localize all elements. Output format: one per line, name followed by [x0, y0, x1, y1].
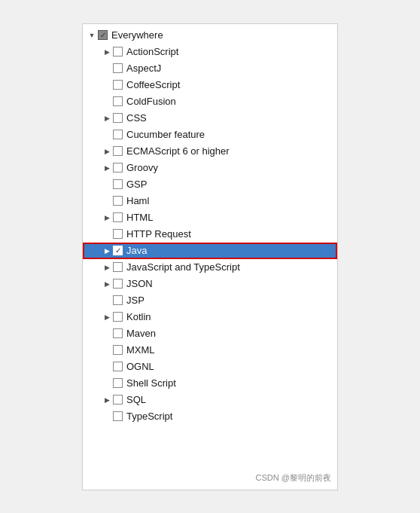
tree-item-css[interactable]: ▶CSS	[83, 110, 337, 127]
checkbox-actionscript[interactable]	[113, 47, 123, 56]
tree-item-label-sql: SQL	[126, 394, 146, 405]
tree-item-shellscript[interactable]: ▶Shell Script	[83, 375, 337, 392]
watermark: CSDN @黎明的前夜	[256, 472, 331, 484]
tree-item-java[interactable]: ▶Java	[83, 243, 337, 259]
expander-icon[interactable]: ▶	[101, 261, 113, 273]
tree-item-ognl[interactable]: ▶OGNL	[83, 359, 337, 375]
checkbox-html[interactable]	[113, 212, 123, 222]
tree-item-everywhere[interactable]: ▼Everywhere	[83, 27, 337, 44]
tree-item-label-kotlin: Kotlin	[126, 311, 151, 322]
tree-item-label-maven: Maven	[126, 328, 156, 339]
expander-icon[interactable]: ▶	[101, 278, 113, 290]
tree-item-label-httprequest: HTTP Request	[126, 228, 191, 240]
expander-icon[interactable]: ▶	[101, 212, 113, 224]
tree-item-label-typescript: TypeScript	[126, 411, 172, 422]
expander-icon[interactable]: ▶	[101, 245, 113, 257]
expander-icon[interactable]: ▼	[86, 29, 98, 41]
tree-item-label-actionscript: ActionScript	[126, 46, 178, 57]
tree-item-label-java: Java	[126, 245, 147, 256]
tree-item-coldfusion[interactable]: ▶ColdFusion	[83, 93, 337, 110]
checkbox-aspectj[interactable]	[113, 63, 123, 73]
checkbox-css[interactable]	[113, 113, 123, 123]
tree-container[interactable]: ▼Everywhere▶ActionScript▶AspectJ▶CoffeeS…	[83, 24, 337, 490]
tree-item-maven[interactable]: ▶Maven	[83, 325, 337, 342]
tree-item-label-haml: Haml	[126, 195, 149, 206]
tree-item-label-ognl: OGNL	[126, 361, 154, 372]
tree-item-label-ecmascript: ECMAScript 6 or higher	[126, 145, 230, 157]
tree-item-label-css: CSS	[126, 112, 147, 124]
tree-item-label-cucumber: Cucumber feature	[126, 129, 205, 140]
tree-item-label-gsp: GSP	[126, 179, 147, 190]
tree-item-aspectj[interactable]: ▶AspectJ	[83, 60, 337, 77]
checkbox-json[interactable]	[113, 279, 123, 289]
tree-item-label-mxml: MXML	[126, 344, 155, 356]
checkbox-groovy[interactable]	[113, 163, 123, 173]
tree-item-javascript[interactable]: ▶JavaScript and TypeScript	[83, 259, 337, 276]
checkbox-javascript[interactable]	[113, 262, 123, 272]
tree-item-jsp[interactable]: ▶JSP	[83, 292, 337, 309]
tree-item-label-groovy: Groovy	[126, 162, 158, 173]
tree-item-label-shellscript: Shell Script	[126, 377, 176, 389]
tree-item-ecmascript[interactable]: ▶ECMAScript 6 or higher	[83, 143, 337, 160]
tree-item-coffeescript[interactable]: ▶CoffeeScript	[83, 77, 337, 93]
file-type-panel: ▼Everywhere▶ActionScript▶AspectJ▶CoffeeS…	[82, 23, 338, 490]
tree-item-label-coffeescript: CoffeeScript	[126, 79, 180, 90]
checkbox-ognl[interactable]	[113, 362, 123, 371]
tree-item-label-javascript: JavaScript and TypeScript	[126, 261, 240, 273]
checkbox-coldfusion[interactable]	[113, 96, 123, 106]
expander-icon[interactable]: ▶	[101, 162, 113, 174]
expander-icon[interactable]: ▶	[101, 112, 113, 124]
expander-icon[interactable]: ▶	[101, 145, 113, 157]
tree-item-typescript[interactable]: ▶TypeScript	[83, 408, 337, 425]
tree-item-label-jsp: JSP	[126, 295, 145, 306]
expander-icon[interactable]: ▶	[101, 311, 113, 323]
expander-icon[interactable]: ▶	[101, 46, 113, 58]
checkbox-cucumber[interactable]	[113, 130, 123, 139]
tree-item-cucumber[interactable]: ▶Cucumber feature	[83, 127, 337, 143]
tree-item-gsp[interactable]: ▶GSP	[83, 176, 337, 193]
expander-icon[interactable]: ▶	[101, 394, 113, 406]
tree-item-groovy[interactable]: ▶Groovy	[83, 160, 337, 176]
checkbox-sql[interactable]	[113, 395, 123, 405]
tree-item-actionscript[interactable]: ▶ActionScript	[83, 44, 337, 60]
checkbox-coffeescript[interactable]	[113, 80, 123, 90]
checkbox-maven[interactable]	[113, 328, 123, 338]
checkbox-haml[interactable]	[113, 196, 123, 206]
tree-item-label-everywhere: Everywhere	[111, 29, 163, 41]
tree-item-mxml[interactable]: ▶MXML	[83, 342, 337, 359]
tree-item-label-json: JSON	[126, 278, 153, 289]
tree-item-label-aspectj: AspectJ	[126, 63, 161, 74]
checkbox-everywhere[interactable]	[98, 30, 108, 40]
checkbox-mxml[interactable]	[113, 345, 123, 355]
tree-item-sql[interactable]: ▶SQL	[83, 392, 337, 408]
checkbox-java[interactable]	[113, 246, 123, 255]
checkbox-ecmascript[interactable]	[113, 146, 123, 156]
tree-item-json[interactable]: ▶JSON	[83, 276, 337, 292]
checkbox-typescript[interactable]	[113, 411, 123, 421]
tree-item-kotlin[interactable]: ▶Kotlin	[83, 309, 337, 325]
checkbox-jsp[interactable]	[113, 295, 123, 305]
checkbox-httprequest[interactable]	[113, 229, 123, 239]
tree-item-label-html: HTML	[126, 212, 153, 223]
checkbox-shellscript[interactable]	[113, 378, 123, 388]
checkbox-kotlin[interactable]	[113, 312, 123, 322]
tree-item-haml[interactable]: ▶Haml	[83, 193, 337, 209]
tree-item-html[interactable]: ▶HTML	[83, 209, 337, 226]
tree-item-httprequest[interactable]: ▶HTTP Request	[83, 226, 337, 243]
tree-item-label-coldfusion: ColdFusion	[126, 96, 176, 107]
checkbox-gsp[interactable]	[113, 179, 123, 189]
